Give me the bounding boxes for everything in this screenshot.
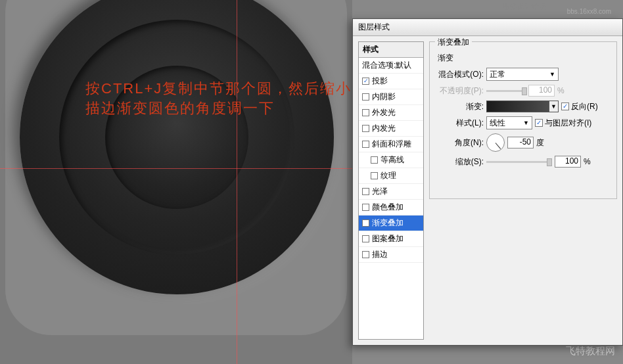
label-texture: 纹理 xyxy=(381,170,396,181)
align-checkbox-box[interactable] xyxy=(535,119,543,127)
label-drop-shadow: 投影 xyxy=(372,76,388,87)
layer-style-dialog: 图层样式 样式 混合选项:默认 投影 内阴影 外发光 内发光 xyxy=(352,18,623,346)
opacity-value[interactable]: 100 xyxy=(528,85,555,97)
angle-row: 角度(N): -50 度 xyxy=(435,133,616,152)
reverse-checkbox-box[interactable] xyxy=(561,102,569,110)
checkbox-satin[interactable] xyxy=(362,188,369,195)
angle-needle xyxy=(496,143,501,149)
opacity-unit: % xyxy=(557,86,565,95)
checkbox-stroke[interactable] xyxy=(362,251,369,258)
style-list-header[interactable]: 样式 xyxy=(359,42,423,58)
groupbox-legend: 渐变叠加 xyxy=(435,37,472,48)
checkbox-bevel[interactable] xyxy=(362,141,369,148)
checkbox-pattern-overlay[interactable] xyxy=(362,235,369,242)
scale-value[interactable]: 100 xyxy=(555,156,581,168)
chevron-down-icon: ▼ xyxy=(523,120,529,126)
opacity-slider[interactable] xyxy=(486,90,526,92)
dialog-titlebar[interactable]: 图层样式 xyxy=(353,19,622,36)
label-gradient-overlay: 渐变叠加 xyxy=(372,217,404,229)
label-inner-shadow: 内阴影 xyxy=(372,91,396,102)
gradient-style-select[interactable]: 线性 ▼ xyxy=(486,116,532,129)
style-row-gradient-overlay[interactable]: 渐变叠加 xyxy=(359,216,423,231)
style-row-texture[interactable]: 纹理 xyxy=(359,168,423,184)
guide-vertical[interactable] xyxy=(237,0,237,364)
gradient-label: 渐变: xyxy=(435,101,484,112)
checkbox-contour[interactable] xyxy=(371,156,378,164)
style-row-outer-glow[interactable]: 外发光 xyxy=(359,105,423,121)
style-row: 样式(L): 线性 ▼ 与图层对齐(I) xyxy=(435,116,616,129)
gradient-swatch[interactable]: ▼ xyxy=(486,101,559,112)
align-checkbox[interactable]: 与图层对齐(I) xyxy=(535,118,591,129)
style-row-contour[interactable]: 等高线 xyxy=(359,152,423,168)
label-stroke: 描边 xyxy=(372,249,388,260)
blend-mode-row: 混合模式(O): 正常 ▼ xyxy=(435,68,616,81)
checkbox-color-overlay[interactable] xyxy=(362,204,369,211)
checkbox-outer-glow[interactable] xyxy=(362,109,369,116)
checkbox-texture[interactable] xyxy=(371,172,378,179)
annotation-line2: 描边渐变圆色的角度调一下 xyxy=(85,100,275,116)
checkbox-drop-shadow[interactable] xyxy=(362,78,369,85)
gradient-subtitle: 渐变 xyxy=(438,53,616,64)
opacity-row: 不透明度(P): 100 % xyxy=(435,85,616,97)
label-contour: 等高线 xyxy=(381,154,404,166)
watermark-top-left: 思缘设计论坛 xyxy=(503,1,546,11)
blend-mode-label: 混合模式(O): xyxy=(435,69,484,80)
checkbox-inner-shadow[interactable] xyxy=(362,93,369,101)
angle-unit: 度 xyxy=(536,137,544,148)
gradient-overlay-panel: 渐变叠加 渐变 混合模式(O): 正常 ▼ 不透明度(P): 100 % xyxy=(429,41,617,340)
style-list: 样式 混合选项:默认 投影 内阴影 外发光 内发光 斜面和浮 xyxy=(358,41,424,340)
canvas-area xyxy=(0,0,352,364)
gradient-style-value: 线性 xyxy=(490,118,505,129)
scale-unit: % xyxy=(584,157,591,166)
angle-value[interactable]: -50 xyxy=(507,137,534,148)
opacity-label: 不透明度(P): xyxy=(435,85,484,97)
style-row-bevel[interactable]: 斜面和浮雕 xyxy=(359,137,423,152)
reverse-label: 反向(R) xyxy=(571,101,598,112)
watermark-top-right: bbs.16xx8.com xyxy=(567,8,611,15)
reverse-checkbox[interactable]: 反向(R) xyxy=(561,101,598,112)
style-row-pattern-overlay[interactable]: 图案叠加 xyxy=(359,231,423,247)
checkbox-inner-glow[interactable] xyxy=(362,125,369,132)
scale-slider[interactable] xyxy=(486,161,552,163)
style-row-color-overlay[interactable]: 颜色叠加 xyxy=(359,200,423,216)
blending-options-row[interactable]: 混合选项:默认 xyxy=(359,58,423,74)
blend-mode-value: 正常 xyxy=(490,69,505,80)
label-bevel: 斜面和浮雕 xyxy=(372,139,411,150)
style-row-drop-shadow[interactable]: 投影 xyxy=(359,74,423,89)
label-color-overlay: 颜色叠加 xyxy=(372,202,404,213)
label-inner-glow: 内发光 xyxy=(372,123,396,134)
style-row-stroke[interactable]: 描边 xyxy=(359,247,423,263)
scale-row: 缩放(S): 100 % xyxy=(435,156,616,168)
style-row-inner-shadow[interactable]: 内阴影 xyxy=(359,89,423,105)
chevron-down-icon: ▼ xyxy=(549,71,555,78)
gradient-style-label: 样式(L): xyxy=(435,118,484,129)
blend-mode-select[interactable]: 正常 ▼ xyxy=(486,68,559,81)
gradient-dropdown-icon[interactable]: ▼ xyxy=(549,101,558,112)
dialog-title: 图层样式 xyxy=(358,22,390,32)
angle-dial[interactable] xyxy=(486,133,505,152)
blending-options-label: 混合选项:默认 xyxy=(362,60,411,71)
gradient-groupbox: 渐变叠加 渐变 混合模式(O): 正常 ▼ 不透明度(P): 100 % xyxy=(429,41,617,199)
guide-horizontal[interactable] xyxy=(0,168,352,169)
opacity-slider-thumb[interactable] xyxy=(522,87,527,95)
style-row-satin[interactable]: 光泽 xyxy=(359,184,423,200)
watermark-feite: 飞特教程网 xyxy=(566,345,615,357)
label-satin: 光泽 xyxy=(372,186,388,197)
style-row-inner-glow[interactable]: 内发光 xyxy=(359,121,423,137)
checkbox-gradient-overlay[interactable] xyxy=(362,219,369,227)
angle-label: 角度(N): xyxy=(435,137,484,148)
align-label: 与图层对齐(I) xyxy=(545,118,591,129)
gradient-row: 渐变: ▼ 反向(R) xyxy=(435,101,616,112)
label-pattern-overlay: 图案叠加 xyxy=(372,233,404,244)
scale-slider-thumb[interactable] xyxy=(547,158,552,166)
scale-label: 缩放(S): xyxy=(435,156,484,168)
label-outer-glow: 外发光 xyxy=(372,107,396,118)
